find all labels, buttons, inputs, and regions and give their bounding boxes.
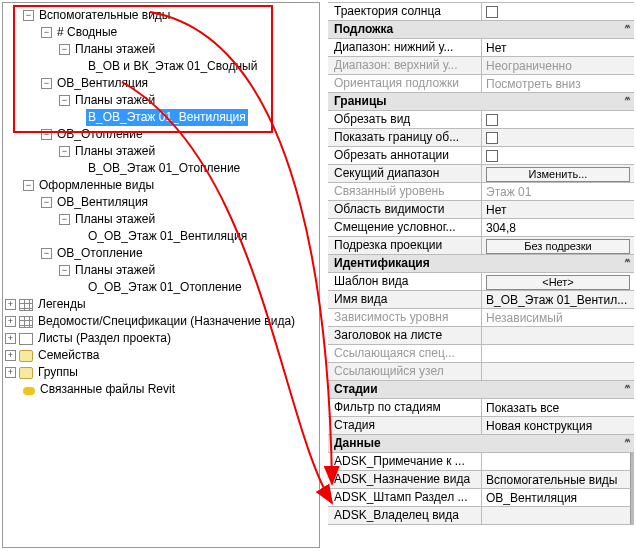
prop-category[interactable]: Данные˄˄ — [328, 435, 634, 453]
chevron-up-icon: ˄˄ — [624, 384, 628, 395]
checkbox[interactable] — [486, 150, 498, 162]
tree-node-svodnye[interactable]: −# Сводные — [5, 24, 317, 41]
groups-icon — [19, 367, 33, 379]
tree-node-sheets[interactable]: +Листы (Раздел проекта) — [5, 330, 317, 347]
tree-node-ov-heat[interactable]: −ОВ_Отопление — [5, 245, 317, 262]
prop-row[interactable]: Шаблон вида<Нет> — [328, 273, 634, 291]
expander-icon[interactable]: − — [41, 248, 52, 259]
crop-button[interactable]: Без подрезки — [486, 239, 630, 254]
edit-button[interactable]: Изменить... — [486, 167, 630, 182]
tree-node-view-selected[interactable]: В_ОВ_Этаж 01_Вентиляция — [5, 109, 317, 126]
prop-row: Диапазон: верхний у...Неограниченно — [328, 57, 634, 75]
expander-icon[interactable]: + — [5, 333, 16, 344]
expander-icon[interactable]: + — [5, 299, 16, 310]
prop-category[interactable]: Подложка˄˄ — [328, 21, 634, 39]
expander-icon[interactable]: − — [41, 27, 52, 38]
expander-icon[interactable]: − — [41, 78, 52, 89]
tree-node-view[interactable]: В_ОВ_Этаж 01_Отопление — [5, 160, 317, 177]
expander-icon[interactable]: + — [5, 367, 16, 378]
prop-row[interactable]: Подрезка проекцииБез подрезки — [328, 237, 634, 255]
chevron-up-icon: ˄˄ — [624, 24, 628, 35]
tree-node-view[interactable]: О_ОВ_Этаж 01_Вентиляция — [5, 228, 317, 245]
prop-row-adsk-stamp[interactable]: ADSK_Штамп Раздел ...ОВ_Вентиляция — [328, 489, 634, 507]
expander-icon[interactable]: − — [23, 10, 34, 21]
prop-row[interactable]: Траектория солнца — [328, 3, 634, 21]
tree-node-ov-vent[interactable]: −ОВ_Вентиляция — [5, 75, 317, 92]
expander-icon[interactable]: − — [23, 180, 34, 191]
tree-node-schedules[interactable]: +Ведомости/Спецификации (Назначение вида… — [5, 313, 317, 330]
checkbox[interactable] — [486, 6, 498, 18]
tree-node-formatted-views[interactable]: −Оформленные виды — [5, 177, 317, 194]
tree-node-floor-plans[interactable]: −Планы этажей — [5, 92, 317, 109]
prop-row[interactable]: Обрезать аннотации — [328, 147, 634, 165]
prop-row[interactable]: Заголовок на листе — [328, 327, 634, 345]
tree-node-groups[interactable]: +Группы — [5, 364, 317, 381]
prop-row[interactable]: Имя видаВ_ОВ_Этаж 01_Вентил... — [328, 291, 634, 309]
legends-icon — [19, 299, 33, 311]
template-button[interactable]: <Нет> — [486, 275, 630, 290]
prop-row: Ссылающийся узел — [328, 363, 634, 381]
prop-row[interactable]: ADSK_Примечание к ... — [328, 453, 634, 471]
tree-node-view[interactable]: О_ОВ_Этаж 01_Отопление — [5, 279, 317, 296]
prop-category[interactable]: Стадии˄˄ — [328, 381, 634, 399]
prop-row[interactable]: Секущий диапазонИзменить... — [328, 165, 634, 183]
prop-row: Ссылающаяся спец... — [328, 345, 634, 363]
prop-row: Ориентация подложкиПосмотреть вниз — [328, 75, 634, 93]
expander-icon[interactable]: − — [41, 197, 52, 208]
prop-row[interactable]: Обрезать вид — [328, 111, 634, 129]
prop-row: Зависимость уровняНезависимый — [328, 309, 634, 327]
tree-node-view[interactable]: В_ОВ и ВК_Этаж 01_Сводный — [5, 58, 317, 75]
sheets-icon — [19, 333, 33, 345]
prop-row[interactable]: СтадияНовая конструкция — [328, 417, 634, 435]
expander-icon[interactable]: − — [41, 129, 52, 140]
chevron-up-icon: ˄˄ — [624, 438, 628, 449]
prop-row[interactable]: Показать границу об... — [328, 129, 634, 147]
prop-row[interactable]: Смещение условног...304,8 — [328, 219, 634, 237]
tree-node-floor-plans[interactable]: −Планы этажей — [5, 143, 317, 160]
expander-icon[interactable]: − — [59, 214, 70, 225]
expander-icon[interactable]: − — [59, 95, 70, 106]
tree-node-families[interactable]: +Семейства — [5, 347, 317, 364]
tree-node-floor-plans[interactable]: −Планы этажей — [5, 262, 317, 279]
prop-row[interactable]: Фильтр по стадиямПоказать все — [328, 399, 634, 417]
properties-panel: Траектория солнца Подложка˄˄ Диапазон: н… — [328, 2, 634, 548]
prop-row[interactable]: Область видимостиНет — [328, 201, 634, 219]
tree-node-floor-plans[interactable]: −Планы этажей — [5, 211, 317, 228]
expander-icon[interactable]: − — [59, 265, 70, 276]
chevron-up-icon: ˄˄ — [624, 96, 628, 107]
expander-icon[interactable]: − — [59, 44, 70, 55]
expander-icon[interactable]: − — [59, 146, 70, 157]
link-icon — [23, 387, 35, 395]
prop-category[interactable]: Идентификация˄˄ — [328, 255, 634, 273]
tree-node-ov-heat[interactable]: −ОВ_Отопление — [5, 126, 317, 143]
checkbox[interactable] — [486, 132, 498, 144]
checkbox[interactable] — [486, 114, 498, 126]
families-icon — [19, 350, 33, 362]
expander-icon[interactable]: + — [5, 316, 16, 327]
schedules-icon — [19, 316, 33, 328]
expander-icon[interactable]: + — [5, 350, 16, 361]
prop-row-adsk-purpose[interactable]: ADSK_Назначение видаВспомогательные виды — [328, 471, 634, 489]
tree-node-revit-links[interactable]: Связанные файлы Revit — [5, 381, 317, 398]
tree-node-aux-views[interactable]: −Вспомогательные виды — [5, 7, 317, 24]
prop-category[interactable]: Границы˄˄ — [328, 93, 634, 111]
prop-row[interactable]: Диапазон: нижний у...Нет — [328, 39, 634, 57]
prop-row: Связанный уровеньЭтаж 01 — [328, 183, 634, 201]
chevron-up-icon: ˄˄ — [624, 258, 628, 269]
project-browser-panel: −Вспомогательные виды −# Сводные −Планы … — [2, 2, 320, 548]
tree-node-floor-plans[interactable]: −Планы этажей — [5, 41, 317, 58]
tree-node-ov-vent[interactable]: −ОВ_Вентиляция — [5, 194, 317, 211]
tree-node-legends[interactable]: +Легенды — [5, 296, 317, 313]
prop-row[interactable]: ADSK_Владелец вида — [328, 507, 634, 525]
